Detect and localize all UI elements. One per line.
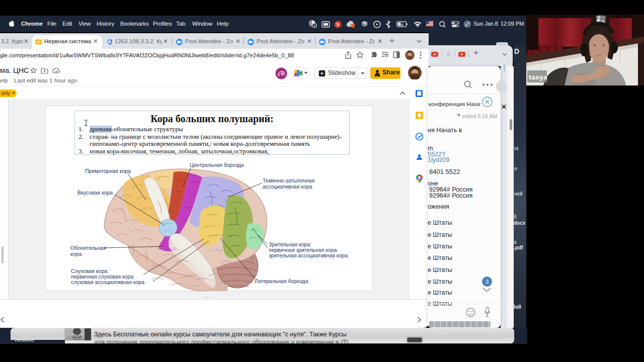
svg-text:Теменно-затылочная: Теменно-затылочная [263, 177, 314, 184]
svg-text:tasya: tasya [529, 73, 547, 81]
svg-text:кора: кора [70, 251, 82, 257]
svg-text:S: S [337, 22, 340, 27]
svg-text:Обонятельная: Обонятельная [70, 245, 106, 251]
svg-text:зрительная ассоциативная кора: зрительная ассоциативная кора [269, 252, 348, 258]
svg-text:Вкусовая кора: Вкусовая кора [77, 190, 113, 196]
svg-text:слуховая ассоциативная кора: слуховая ассоциативная кора [71, 279, 144, 285]
svg-text:Премоторная кора: Премоторная кора [85, 168, 131, 174]
svg-text:ассоциативная кора: ассоциативная кора [263, 184, 312, 190]
svg-text:2: 2 [313, 24, 315, 28]
svg-text:Латеральная борозда: Латеральная борозда [255, 278, 308, 284]
svg-text:Центральная борозда: Центральная борозда [190, 162, 244, 168]
